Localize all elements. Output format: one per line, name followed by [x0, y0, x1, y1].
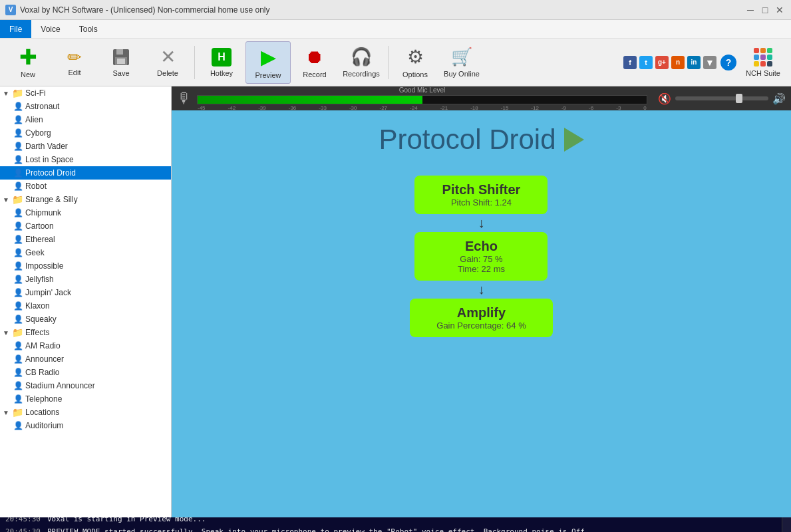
group-header-strange-silly[interactable]: ▼ 📁 Strange & Silly [0, 193, 171, 206]
menu-bar: File Voice Tools [0, 20, 791, 39]
voice-label-chipmunk: Chipmunk [25, 208, 61, 217]
sidebar-item-impossible[interactable]: 👤 Impossible [0, 259, 171, 273]
more-icon[interactable]: ▼ [703, 56, 716, 69]
group-header-sci-fi[interactable]: ▼ 📁 Sci-Fi [0, 86, 171, 100]
log-message: Voxal is starting in Preview mode... [47, 517, 206, 525]
help-button[interactable]: ? [720, 55, 736, 70]
preview-button[interactable]: ▶ Preview [245, 41, 291, 84]
nch-suite-label: NCH Suite [746, 69, 780, 77]
sidebar-item-astronaut[interactable]: 👤 Astronaut [0, 100, 171, 113]
sidebar-item-jumpin-jack[interactable]: 👤 Jumpin' Jack [0, 286, 171, 299]
group-label-strange-silly: Strange & Silly [25, 195, 78, 204]
voice-label-alien: Alien [25, 115, 43, 124]
delete-button[interactable]: ✕ Delete [145, 41, 190, 84]
sidebar-item-klaxon[interactable]: 👤 Klaxon [0, 299, 171, 313]
voice-title: Protocol Droid [379, 124, 583, 156]
effect-box-pitch-shifter[interactable]: Pitch Shifter Pitch Shift: 1.24 [414, 176, 548, 214]
voice-label-impossible: Impossible [25, 261, 63, 271]
maximize-button[interactable]: □ [759, 4, 771, 16]
menu-file[interactable]: File [0, 20, 31, 38]
mic-off-segment [422, 96, 647, 104]
sidebar-item-auditorium[interactable]: 👤 Auditorium [0, 419, 171, 432]
minimize-button[interactable]: ─ [744, 4, 756, 16]
sidebar-item-robot[interactable]: 👤 Robot [0, 180, 171, 193]
mic-icon: 🎙 [177, 90, 192, 107]
log-message: PREVIEW MODE started successfully. Speak… [47, 527, 589, 533]
log-panel[interactable]: 20:45:30Voxal is starting in Preview mod… [0, 517, 791, 532]
close-button[interactable]: ✕ [774, 4, 786, 16]
edit-button[interactable]: ✏ Edit [52, 41, 97, 84]
group-header-locations[interactable]: ▼ 📁 Locations [0, 406, 171, 419]
voice-icon-ethereal: 👤 [13, 235, 23, 244]
options-icon: ⚙ [407, 46, 424, 68]
new-button[interactable]: ✚ New [5, 41, 51, 84]
sidebar-item-lost-in-space[interactable]: 👤 Lost in Space [0, 153, 171, 166]
twitter-icon[interactable]: t [639, 56, 653, 69]
save-button[interactable]: Save [98, 41, 144, 84]
nch-social-icon[interactable]: n [671, 56, 685, 69]
title-bar-controls: ─ □ ✕ [744, 4, 786, 16]
mic-level-bar [197, 95, 647, 104]
google-plus-icon[interactable]: g+ [655, 56, 669, 69]
sidebar-item-alien[interactable]: 👤 Alien [0, 113, 171, 126]
new-label: New [21, 70, 35, 78]
sidebar-item-jellyfish[interactable]: 👤 Jellyfish [0, 273, 171, 286]
voice-icon-chipmunk: 👤 [13, 208, 23, 217]
options-button[interactable]: ⚙ Options [393, 41, 438, 84]
effect-box-echo[interactable]: Echo Gain: 75 % Time: 22 ms [414, 232, 548, 281]
group-label-effects: Effects [25, 328, 49, 337]
sidebar-item-cyborg[interactable]: 👤 Cyborg [0, 126, 171, 140]
voice-label-lost-in-space: Lost in Space [25, 155, 74, 164]
voice-label-jumpin-jack: Jumpin' Jack [25, 288, 71, 297]
menu-tools[interactable]: Tools [70, 20, 107, 38]
buy-online-button[interactable]: 🛒 Buy Online [439, 41, 484, 84]
sidebar-item-telephone[interactable]: 👤 Telephone [0, 392, 171, 406]
buy-online-icon: 🛒 [451, 47, 472, 67]
mute-icon[interactable]: 🔇 [658, 92, 671, 105]
group-label-locations: Locations [25, 408, 59, 417]
sidebar-item-ethereal[interactable]: 👤 Ethereal [0, 233, 171, 246]
app-icon: V [5, 5, 16, 15]
voice-label-cb-radio: CB Radio [25, 368, 59, 377]
voice-label-darth-vader: Darth Vader [25, 142, 68, 151]
volume-control: 🔇 🔊 [658, 92, 786, 105]
facebook-icon[interactable]: f [623, 56, 637, 69]
nch-suite-button[interactable]: NCH Suite [740, 41, 786, 84]
volume-thumb[interactable] [736, 94, 742, 103]
sidebar: ▼ 📁 Sci-Fi 👤 Astronaut 👤 Alien 👤 Cyborg … [0, 86, 172, 517]
log-scrollbar[interactable] [782, 517, 791, 532]
expand-icon-sci-fi: ▼ [3, 90, 11, 97]
voice-label-stadium-announcer: Stadium Announcer [25, 381, 95, 390]
sidebar-item-announcer[interactable]: 👤 Announcer [0, 352, 171, 366]
voice-label-cyborg: Cyborg [25, 128, 51, 138]
menu-voice[interactable]: Voice [31, 20, 69, 38]
hotkey-label: Hotkey [210, 69, 233, 77]
effect-box-amplify[interactable]: Amplify Gain Percentage: 64 % [410, 299, 552, 337]
record-label: Record [303, 70, 326, 78]
sidebar-item-chipmunk[interactable]: 👤 Chipmunk [0, 206, 171, 219]
record-button[interactable]: ⏺ Record [292, 41, 337, 84]
voice-icon-announcer: 👤 [13, 354, 23, 364]
delete-icon: ✕ [160, 48, 176, 66]
nch-suite-icon [754, 48, 772, 66]
linkedin-icon[interactable]: in [687, 56, 701, 69]
title-bar-text: Voxal by NCH Software - (Unlicensed) Non… [20, 5, 269, 15]
svg-rect-1 [116, 49, 123, 55]
sidebar-item-cb-radio[interactable]: 👤 CB Radio [0, 366, 171, 379]
expand-icon-strange-silly: ▼ [3, 196, 11, 203]
sidebar-item-protocol-droid[interactable]: 👤 Protocol Droid [0, 166, 171, 180]
sidebar-item-squeaky[interactable]: 👤 Squeaky [0, 313, 171, 326]
group-header-effects[interactable]: ▼ 📁 Effects [0, 326, 171, 339]
sidebar-item-stadium-announcer[interactable]: 👤 Stadium Announcer [0, 379, 171, 392]
volume-slider[interactable] [675, 96, 768, 100]
tree-group-sci-fi: ▼ 📁 Sci-Fi 👤 Astronaut 👤 Alien 👤 Cyborg … [0, 86, 171, 193]
sidebar-item-cartoon[interactable]: 👤 Cartoon [0, 219, 171, 233]
sidebar-item-darth-vader[interactable]: 👤 Darth Vader [0, 140, 171, 153]
sidebar-item-am-radio[interactable]: 👤 AM Radio [0, 339, 171, 352]
recordings-button[interactable]: 🎧 Recordings [339, 41, 384, 84]
effect-params-echo-2: Time: 22 ms [441, 264, 521, 274]
hotkey-button[interactable]: H Hotkey [199, 41, 244, 84]
play-button[interactable] [564, 128, 584, 152]
voice-label-geek: Geek [25, 248, 45, 257]
sidebar-item-geek[interactable]: 👤 Geek [0, 246, 171, 259]
